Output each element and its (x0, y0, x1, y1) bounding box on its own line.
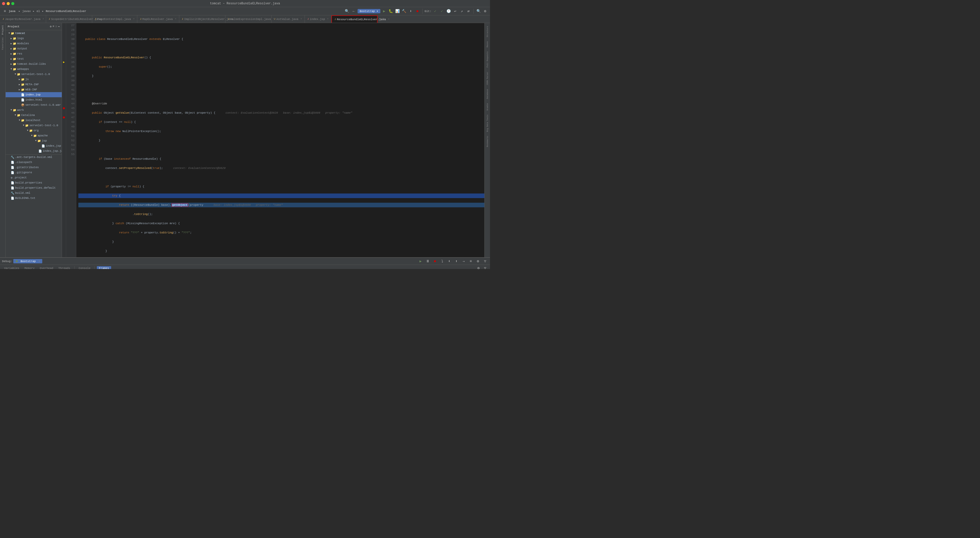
big-data-tools-toggle[interactable]: Big Data Tools (486, 114, 489, 133)
tab-jasper-el-resolver[interactable]: J JasperELResolver.java × (0, 15, 46, 23)
tree-item-gitignore[interactable]: 📄 .gitignore (6, 170, 62, 175)
tab-implicit-object[interactable]: J ImplicitObjectELResolver.java × (179, 15, 225, 23)
project-panel-toggle[interactable]: Project (1, 24, 5, 36)
tab-value-expression[interactable]: J ValueExpressionImpl.java × (225, 15, 272, 23)
tree-item-webapps[interactable]: ▼ 📁 webapps (6, 67, 62, 71)
stop-icon[interactable]: ■ (415, 8, 420, 14)
step-out-icon[interactable]: ⬆ (453, 259, 459, 264)
tree-item-work[interactable]: ▼ 📁 work (6, 108, 62, 113)
tree-item-index-jsp-class[interactable]: 📄 index_jsp (6, 143, 62, 148)
tab-scoped-attribute[interactable]: J ScopedAttributeELResolver.java × (46, 15, 92, 23)
settings-icon[interactable]: ⚙ (482, 8, 488, 14)
tree-item-output[interactable]: ▶ 📁 output (6, 46, 62, 51)
settings-debug-icon[interactable]: ⚙ (475, 259, 481, 264)
tab-memory[interactable]: Memory (22, 266, 37, 269)
tree-item-js[interactable]: ▶ 📁 js (6, 77, 62, 82)
tree-item-org[interactable]: ▼ 📁 org (6, 128, 62, 133)
tree-item-index-jsp[interactable]: 📄 index.jsp (6, 92, 62, 97)
tree-item-test[interactable]: ▶ 📁 test (6, 56, 62, 62)
git-check-icon[interactable]: ✓ (433, 8, 438, 14)
tree-item-war[interactable]: 📦 servelet-test-1.0.war (6, 102, 62, 108)
tree-item-res[interactable]: ▶ 📁 res (6, 51, 62, 56)
bootstrap-dropdown[interactable]: Bootstrap ▾ (358, 9, 380, 13)
json-parser-toggle[interactable]: JSON Parser (486, 71, 489, 86)
step-into-icon[interactable]: ⬇ (447, 259, 452, 264)
search-icon[interactable]: 🔍 (476, 8, 481, 14)
git-compare-icon[interactable]: ⇄ (466, 8, 471, 14)
evaluate-icon[interactable]: ≡ (468, 259, 474, 264)
project-collapse-icon[interactable]: ≡ (52, 25, 54, 28)
git-push-icon[interactable]: ↗ (459, 8, 465, 14)
code-area[interactable]: . . . . . . . . ▶ . . . . . . . . . ⬤ . (62, 23, 484, 257)
build-icon[interactable]: 🔨 (401, 8, 407, 14)
tree-item-apache[interactable]: ▼ 📁 apache (6, 133, 62, 138)
tab-close-icon[interactable]: × (43, 17, 44, 21)
navigation-back-icon[interactable]: ← (351, 8, 356, 14)
tab-threads[interactable]: Threads (56, 266, 72, 269)
stop-debug-icon[interactable]: ■ (432, 259, 438, 264)
tree-item-modules[interactable]: ▶ 📁 modules (6, 41, 62, 46)
git-clock-icon[interactable]: 🕐 (446, 8, 451, 14)
pause-icon[interactable]: ⏸ (425, 259, 431, 264)
project-sort-icon[interactable]: ↕ (55, 25, 57, 28)
resume-icon[interactable]: ▶ (418, 259, 423, 264)
git-update-icon[interactable]: ⬇ (408, 8, 414, 14)
tree-item-tomcat-build-libs[interactable]: ▶ 📁 tomcat-build-libs (6, 62, 62, 67)
database-toggle[interactable]: Database (486, 88, 489, 100)
debug-session-tab[interactable]: ⏹ Bootstrap × (13, 259, 42, 263)
maximize-button[interactable] (11, 2, 14, 5)
tab-close-icon[interactable]: × (133, 17, 134, 21)
run-icon[interactable]: ▶ (382, 8, 387, 14)
tree-item-gitattributes[interactable]: 📄 .gitattributes (6, 165, 62, 170)
git-checkmark2-icon[interactable]: ✓ (439, 8, 445, 14)
git-revert-icon[interactable]: ↩ (452, 8, 458, 14)
tab-resource-bundle[interactable]: J ResourceBundleELResolver.java × (331, 15, 377, 23)
tree-item-web-inf[interactable]: ▶ 📁 WEB-INF (6, 87, 62, 92)
tree-item-logs[interactable]: ▶ 📁 logs (6, 36, 62, 41)
favorites-toggle[interactable]: Favorites (1, 37, 5, 51)
menu-icon[interactable]: ≡ (2, 8, 8, 14)
frames-filter-icon[interactable]: ▽ (482, 265, 488, 269)
tree-item-classpath[interactable]: 📄 .classpath (6, 160, 62, 165)
tree-item-servelet-test-work[interactable]: ▼ 📁 servelet-test-1.0 (6, 123, 62, 128)
tab-close-icon[interactable]: × (175, 17, 177, 21)
tab-close-icon[interactable]: × (301, 17, 302, 21)
tree-item-index-jsp-java[interactable]: 📄 index_jsp.java (6, 148, 62, 154)
tab-variables[interactable]: Variables (2, 266, 21, 269)
project-gear-icon[interactable]: ⋯ (58, 25, 60, 28)
tab-map-el[interactable]: J MapELResolver.java × (137, 15, 179, 23)
search-everywhere-icon[interactable]: 🔍 (344, 8, 350, 14)
tree-item-index-html[interactable]: 📄 index.html (6, 97, 62, 102)
frames-settings-icon[interactable]: ⚙ (476, 265, 481, 269)
tree-item-jsp[interactable]: ▼ 📁 jsp (6, 138, 62, 143)
tree-item-servelet-test[interactable]: ▼ 📁 servelet-test-1.0 (6, 71, 62, 77)
tree-item-building-txt[interactable]: 📄 BUILDING.txt (6, 195, 62, 201)
gradle-toggle[interactable]: Gradle (486, 102, 489, 112)
tree-item-project[interactable]: ⚙ .project (6, 175, 62, 180)
structure-panel-toggle[interactable]: Structure (486, 25, 489, 38)
close-button[interactable] (2, 2, 5, 5)
code-content[interactable]: public class ResourceBundleELResolver ex… (76, 23, 484, 257)
tree-item-catalina[interactable]: ▼ 📁 Catalina (6, 113, 62, 118)
tab-console[interactable]: Console (76, 266, 92, 269)
tab-overhead[interactable]: Overhead (38, 266, 55, 269)
tree-item-build-props[interactable]: 📄 build.properties (6, 180, 62, 185)
tab-close-icon[interactable]: × (327, 17, 329, 21)
debug-icon[interactable]: 🐛 (388, 8, 394, 14)
project-settings-icon[interactable]: ⚙ (50, 25, 52, 28)
tree-item-localhost[interactable]: ▼ 📁 localhost (6, 118, 62, 123)
step-over-icon[interactable]: ⤵ (439, 259, 445, 264)
coverage-icon[interactable]: 📊 (395, 8, 400, 14)
filter-icon[interactable]: ▽ (482, 259, 488, 264)
maven-toggle[interactable]: Maven (486, 40, 489, 48)
tree-item-tomcat[interactable]: ▼ 📁 tomcat (6, 31, 62, 36)
tree-item-build-props-default[interactable]: 📄 build.properties.default (6, 185, 62, 190)
tab-frames[interactable]: Frames (97, 266, 111, 269)
tree-item-meta-inf[interactable]: ▶ 📁 META-INF (6, 82, 62, 87)
pull-requests-toggle[interactable]: Pull Requests (486, 51, 489, 68)
bookmarks-toggle[interactable]: Bookmarks (486, 135, 489, 148)
tree-item-ant-targets[interactable]: 🔧 .ant-targets-build.xml (6, 155, 62, 160)
run-to-cursor-icon[interactable]: ⇢ (461, 259, 466, 264)
tab-ast-value[interactable]: J AstValue.java × (272, 15, 305, 23)
tree-item-build-xml[interactable]: 🔧 build.xml (6, 190, 62, 195)
